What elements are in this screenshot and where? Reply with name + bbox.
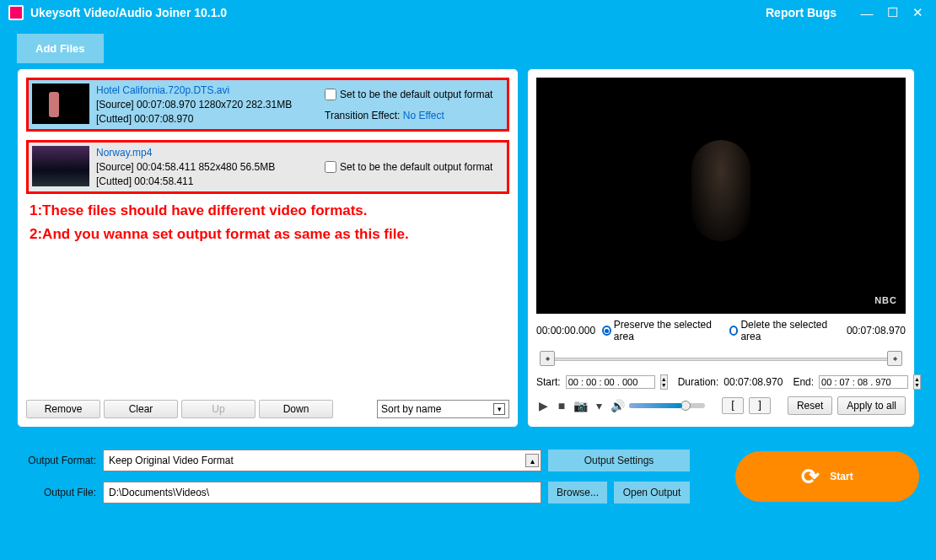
watermark: NBC xyxy=(874,295,897,305)
play-icon[interactable]: ▶ xyxy=(536,399,550,412)
bracket-end-button[interactable]: ] xyxy=(749,397,771,414)
volume-icon[interactable]: 🔊 xyxy=(611,399,624,412)
output-settings-button[interactable]: Output Settings xyxy=(548,450,690,471)
apply-to-all-button[interactable]: Apply to all xyxy=(837,396,906,415)
down-button[interactable]: Down xyxy=(259,400,333,418)
chevron-down-icon: ▾ xyxy=(493,403,505,415)
file-thumbnail xyxy=(32,146,89,186)
range-handle-end[interactable]: ⬥ xyxy=(887,351,902,366)
set-default-checkbox[interactable] xyxy=(325,89,336,100)
chevron-up-icon: ▴ xyxy=(525,454,539,467)
maximize-button[interactable]: ☐ xyxy=(882,5,902,20)
set-default-label: Set to be the default output format xyxy=(340,89,492,100)
browse-button[interactable]: Browse... xyxy=(548,482,607,503)
output-format-label: Output Format: xyxy=(17,455,96,466)
report-bugs-link[interactable]: Report Bugs xyxy=(766,6,836,19)
start-label: Start: xyxy=(536,376,561,388)
annotation-text-1: 1:These files should have different vide… xyxy=(30,202,506,219)
preserve-radio[interactable]: Preserve the selected area xyxy=(602,319,716,342)
file-cutted: [Cutted] 00:07:08.970 xyxy=(96,113,321,125)
file-name: Hotel California.720p.DTS.avi xyxy=(96,84,321,96)
minimize-button[interactable]: — xyxy=(857,6,877,20)
duration-label: Duration: xyxy=(678,376,719,388)
camera-icon[interactable]: 📷 xyxy=(573,399,587,412)
sort-label: Sort by name xyxy=(381,403,441,415)
file-cutted: [Cutted] 00:04:58.411 xyxy=(96,175,321,187)
file-source: [Source] 00:07:08.970 1280x720 282.31MB xyxy=(96,99,321,110)
add-files-button[interactable]: Add Files xyxy=(17,34,104,63)
close-button[interactable]: ✕ xyxy=(907,5,928,20)
open-output-button[interactable]: Open Output xyxy=(614,482,690,503)
refresh-icon: ⟳ xyxy=(801,464,820,490)
position-time: 00:00:00.000 xyxy=(536,325,595,337)
end-time: 00:07:08.970 xyxy=(847,325,906,337)
range-slider[interactable]: ⬥ ⬥ xyxy=(536,347,906,373)
preview-panel: NBC 00:00:00.000 Preserve the selected a… xyxy=(527,68,915,428)
transition-label: Transition Effect: xyxy=(325,110,400,121)
app-logo xyxy=(8,5,24,20)
output-file-label: Output File: xyxy=(17,487,96,498)
file-list-panel: Hotel California.720p.DTS.avi [Source] 0… xyxy=(17,68,519,428)
app-title: Ukeysoft Video/Audio Joiner 10.1.0 xyxy=(30,6,227,19)
set-default-checkbox[interactable] xyxy=(325,161,336,173)
file-name: Norway.mp4 xyxy=(96,147,321,159)
reset-button[interactable]: Reset xyxy=(788,396,832,415)
chevron-down-icon[interactable]: ▾ xyxy=(592,399,605,412)
start-input[interactable] xyxy=(566,375,655,389)
output-file-input[interactable]: D:\Documents\Videos\ xyxy=(103,482,541,503)
volume-slider[interactable] xyxy=(629,403,705,408)
set-default-label: Set to be the default output format xyxy=(340,161,492,173)
sort-dropdown[interactable]: Sort by name ▾ xyxy=(377,400,509,418)
video-preview[interactable]: NBC xyxy=(536,78,906,314)
output-format-dropdown[interactable]: Keep Original Video Format ▴ xyxy=(103,450,541,471)
file-source: [Source] 00:04:58.411 852x480 56.5MB xyxy=(96,161,321,173)
stop-icon[interactable]: ■ xyxy=(555,399,568,412)
file-item-1[interactable]: Hotel California.720p.DTS.avi [Source] 0… xyxy=(26,78,509,132)
file-thumbnail xyxy=(32,83,89,124)
range-handle-start[interactable]: ⬥ xyxy=(540,351,555,366)
clear-button[interactable]: Clear xyxy=(104,400,178,418)
file-item-2[interactable]: Norway.mp4 [Source] 00:04:58.411 852x480… xyxy=(26,140,509,194)
end-stepper[interactable]: ▲▼ xyxy=(913,374,921,390)
up-button[interactable]: Up xyxy=(181,400,256,418)
bracket-start-button[interactable]: [ xyxy=(722,397,744,414)
delete-radio[interactable]: Delete the selected area xyxy=(729,319,833,342)
transition-value[interactable]: No Effect xyxy=(403,110,444,121)
start-stepper[interactable]: ▲▼ xyxy=(660,374,668,390)
annotation-text-2: 2:And you wanna set output format as sam… xyxy=(30,226,506,243)
end-label: End: xyxy=(793,376,814,388)
start-button[interactable]: ⟳ Start xyxy=(735,451,919,502)
duration-value: 00:07:08.970 xyxy=(724,376,783,388)
remove-button[interactable]: Remove xyxy=(26,400,100,418)
end-input[interactable] xyxy=(819,375,908,389)
